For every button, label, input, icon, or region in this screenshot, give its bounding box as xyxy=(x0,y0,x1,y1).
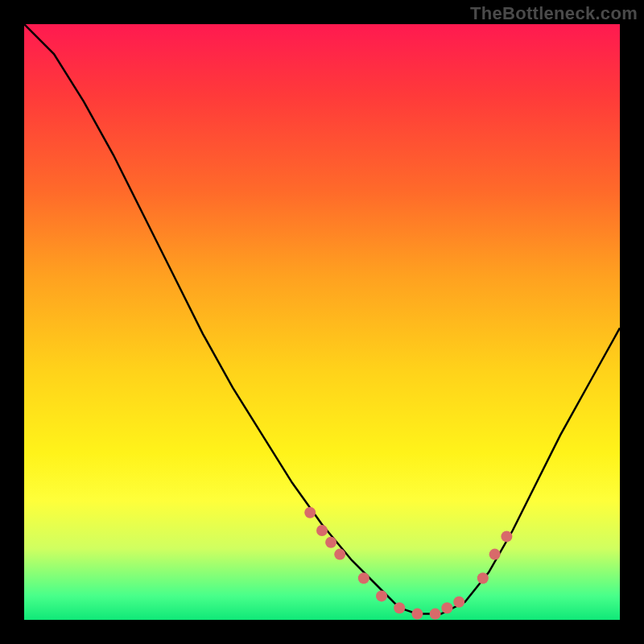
plot-area xyxy=(24,24,620,620)
highlight-dot xyxy=(358,572,369,584)
highlight-dot xyxy=(394,602,405,613)
highlight-dot xyxy=(304,507,316,518)
highlight-dot xyxy=(411,609,423,620)
curve-svg xyxy=(24,24,620,620)
highlight-dot xyxy=(334,549,345,560)
highlight-dot xyxy=(501,530,512,542)
watermark-text: TheBottleneck.com xyxy=(470,3,638,24)
highlight-dot xyxy=(376,590,387,601)
highlight-dot xyxy=(477,572,489,584)
highlight-dot xyxy=(316,525,328,536)
chart-frame: TheBottleneck.com xyxy=(0,0,644,644)
highlight-dot xyxy=(489,549,501,560)
highlight-dot xyxy=(441,602,452,613)
highlight-dots xyxy=(304,507,512,620)
highlight-dot xyxy=(453,597,464,608)
highlight-dot xyxy=(430,609,441,620)
highlight-dot xyxy=(325,537,336,548)
